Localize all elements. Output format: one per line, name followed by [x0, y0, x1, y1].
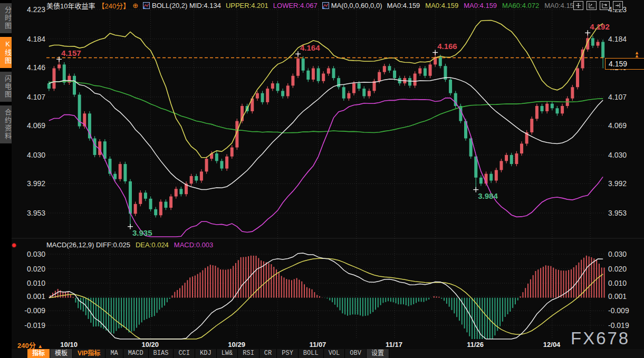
svg-text:4.107: 4.107 [608, 93, 627, 101]
boll-mid-label: BOLL(20,2) MID:4.134 [152, 2, 221, 9]
ma-value-label: MA60:4.072 [502, 2, 539, 9]
svg-text:0.001: 0.001 [27, 292, 45, 301]
svg-text:3.992: 3.992 [608, 179, 627, 188]
fit-right-icon[interactable] [600, 1, 610, 10]
svg-text:0.020: 0.020 [608, 265, 627, 273]
tab-bar-spacer [12, 349, 27, 358]
trading-app-window: 4.2234.2234.1844.1844.1464.1464.1074.107… [0, 0, 644, 358]
svg-text:-0.009: -0.009 [24, 306, 45, 315]
svg-text:4.069: 4.069 [27, 121, 45, 130]
x-axis-label: 10/10 [60, 341, 78, 349]
x-axis-label: 11/17 [386, 341, 402, 349]
tab-MACD[interactable]: MACD [123, 349, 149, 358]
macd-params-label: MACD(26,12,9) DIFF:0.025 [46, 241, 130, 249]
svg-text:0.001: 0.001 [608, 292, 627, 301]
svg-text:-0.009: -0.009 [608, 306, 629, 315]
tab-CCI[interactable]: CCI [174, 349, 195, 358]
tab-BOLL[interactable]: BOLL [299, 349, 324, 358]
svg-text:3.984: 3.984 [478, 191, 498, 200]
ma-value-label: MA0:4.159 [387, 2, 420, 9]
macd-value-label: MACD:0.003 [174, 241, 213, 249]
ma-value-label: MA0:4.159 [464, 2, 497, 9]
x-axis-label: 10/29 [228, 341, 245, 349]
tab-模板[interactable]: 模板 [50, 349, 73, 358]
svg-text:0.020: 0.020 [27, 265, 45, 273]
svg-text:4.184: 4.184 [608, 35, 627, 43]
ma-values: MA0:4.159MA0:4.159MA0:4.159MA60:4.072MA0… [387, 2, 578, 9]
svg-text:0.010: 0.010 [608, 279, 627, 287]
tab-VOL[interactable]: VOL [324, 349, 345, 358]
time-axis: 240分 ▲ 10/1010/2010/2911/0711/1711/2612/… [0, 340, 644, 350]
ma-params-label: MA(0,0,0,60,0,0) [331, 2, 382, 9]
svg-text:4.069: 4.069 [608, 121, 627, 130]
tab-OBV[interactable]: OBV [345, 349, 367, 358]
tab-设置[interactable]: 设置 [367, 349, 389, 358]
macd-legend: MACD(26,12,9) DIFF:0.025 DEA:0.024 MACD:… [46, 240, 213, 249]
svg-text:4.164: 4.164 [300, 43, 320, 52]
x-axis-label: 12/04 [543, 341, 561, 349]
tab-VIP指标[interactable]: VIP指标 [73, 349, 105, 358]
mini-chart-icon [322, 2, 329, 9]
x-axis-label: 11/26 [467, 341, 484, 349]
x-axis-label: 10/20 [142, 341, 159, 349]
chart-toolbar [573, 1, 623, 10]
mini-chart-icon [143, 2, 150, 9]
shift-right-icon[interactable] [613, 1, 623, 10]
pan-tool-icon[interactable] [573, 1, 583, 10]
svg-text:4.223: 4.223 [27, 5, 45, 14]
svg-text:3.935: 3.935 [132, 228, 152, 237]
ma-value-label: MA0:4.159 [544, 2, 578, 9]
macd-dea-label: DEA:0.024 [136, 241, 169, 249]
tab-指标[interactable]: 指标 [27, 349, 50, 358]
price-arrow-icon: ▲▲ [635, 51, 639, 57]
svg-text:4.030: 4.030 [27, 151, 45, 159]
main-chart-legend: 美债10年收益率 【240分】 ⊕ BOLL(20,2) MID:4.134 U… [46, 1, 578, 9]
current-price-tag: 4.159 [605, 58, 644, 70]
tab-KDJ[interactable]: KDJ [195, 349, 217, 358]
period-tag: 【240分】 [98, 1, 130, 11]
svg-text:0.030: 0.030 [27, 250, 45, 258]
tab-MA[interactable]: MA [105, 349, 123, 358]
ma-value-label: MA0:4.159 [425, 2, 458, 9]
fx678-watermark: FX678 [571, 328, 630, 349]
svg-text:-0.019: -0.019 [24, 321, 45, 330]
svg-text:3.953: 3.953 [27, 209, 45, 217]
svg-text:4.030: 4.030 [608, 151, 627, 159]
svg-text:4.107: 4.107 [27, 93, 45, 101]
macd-pane-star-icon[interactable]: ✹ [11, 241, 17, 249]
svg-text:4.192: 4.192 [590, 22, 610, 31]
svg-text:4.157: 4.157 [61, 49, 81, 57]
indicator-tab-bar: 指标模板VIP指标MAMACDBIASCCIKDJLW&RSICRPSYBOLL… [12, 349, 644, 358]
tab-LW&[interactable]: LW& [217, 349, 238, 358]
x-axis-label: 11/07 [310, 341, 326, 349]
tab-PSY[interactable]: PSY [277, 349, 299, 358]
svg-text:3.953: 3.953 [608, 209, 627, 217]
svg-text:4.166: 4.166 [437, 42, 457, 51]
tab-CR[interactable]: CR [259, 349, 277, 358]
boll-lower-label: LOWER:4.067 [273, 2, 318, 9]
svg-text:0.030: 0.030 [608, 250, 627, 258]
tab-RSI[interactable]: RSI [238, 349, 259, 358]
collapse-icon[interactable]: ⊕ [132, 2, 138, 9]
boll-upper-label: UPPER:4.201 [226, 2, 268, 9]
svg-text:0.010: 0.010 [27, 279, 45, 287]
instrument-title: 美债10年收益率 [46, 1, 95, 11]
tab-BIAS[interactable]: BIAS [149, 349, 174, 358]
fit-left-icon[interactable] [587, 1, 597, 10]
svg-text:3.992: 3.992 [27, 179, 45, 188]
svg-text:4.184: 4.184 [27, 35, 45, 43]
chart-canvas[interactable]: 4.2234.2234.1844.1844.1464.1464.1074.107… [0, 0, 644, 350]
svg-text:4.146: 4.146 [27, 63, 45, 72]
